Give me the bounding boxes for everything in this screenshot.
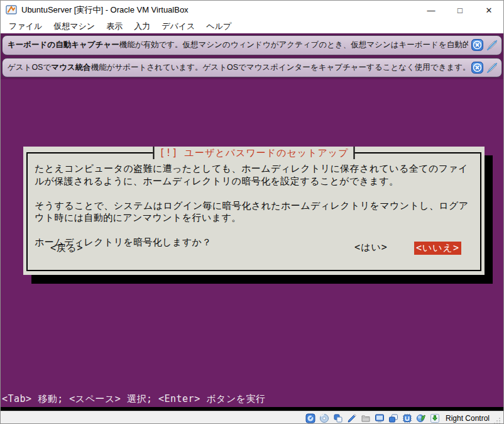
dialog-title: [!] ユーザとパスワードのセットアップ — [153, 147, 354, 159]
dialog-button-row: <戻る> <はい> <いいえ> — [28, 242, 480, 255]
vm-screen: [!] ユーザとパスワードのセットアップ たとえコンピュータの盗難に遭ったとして… — [1, 79, 503, 407]
disable-notification-icon[interactable] — [486, 39, 498, 51]
dialog-text-line: たとえコンピュータの盗難に遭ったとしても、ホームディレクトリに保存されている全て… — [35, 163, 474, 176]
dialog-text-line: ルが保護されるように、ホームディレクトリの暗号化を設定することができます。 — [35, 176, 474, 188]
dialog-body: たとえコンピュータの盗難に遭ったとしても、ホームディレクトリに保存されている全て… — [28, 153, 480, 249]
back-button[interactable]: <戻る> — [50, 242, 83, 254]
yes-button[interactable]: <はい> — [354, 242, 388, 255]
virtualbox-window: { "window": { "title": "UbuntuServer [実行… — [0, 0, 504, 424]
title-bar: UbuntuServer [実行中] - Oracle VM VirtualBo… — [1, 1, 503, 20]
menu-item-file[interactable]: ファイル — [3, 20, 48, 33]
close-notification-icon[interactable] — [471, 39, 483, 51]
notification-text: ゲストOSでマウス統合機能がサポートされています。ゲストOSでマウスポインターを… — [8, 62, 468, 73]
host-key-label: Right Control — [446, 414, 490, 423]
network-icon[interactable] — [332, 413, 344, 423]
dialog-text-line: そうすることで、システムはログイン毎に暗号化されたホームディレクトリをマウントし… — [35, 200, 474, 213]
installer-dialog: [!] ユーザとパスワードのセットアップ たとえコンピュータの盗難に遭ったとして… — [23, 147, 485, 275]
minimize-button[interactable]: — — [417, 1, 446, 20]
resize-grip[interactable] — [493, 416, 501, 423]
shared-folders-icon[interactable] — [360, 413, 371, 423]
menu-item-devices[interactable]: デバイス — [156, 20, 200, 33]
window-title: UbuntuServer [実行中] - Oracle VM VirtualBo… — [21, 4, 417, 16]
notification-bar-1: キーボードの自動キャプチャー機能が有効です。仮想マシンのウィンドウがアクティブの… — [2, 35, 502, 55]
dialog-text-line: ウト時には自動的にアンマウントを行います。 — [35, 212, 474, 225]
notification-text: キーボードの自動キャプチャー機能が有効です。仮想マシンのウィンドウがアクティブの… — [8, 40, 468, 50]
menu-item-help[interactable]: ヘルプ — [200, 20, 237, 33]
dialog-frame: [!] ユーザとパスワードのセットアップ たとえコンピュータの盗難に遭ったとして… — [26, 152, 481, 271]
maximize-button[interactable]: □ — [446, 1, 474, 20]
virtualbox-logo-icon — [6, 4, 17, 16]
no-button[interactable]: <いいえ> — [414, 242, 461, 255]
notification-bar-2: ゲストOSでマウス統合機能がサポートされています。ゲストOSでマウスポインターを… — [2, 58, 502, 78]
display-icon[interactable] — [374, 413, 385, 423]
close-notification-icon[interactable] — [471, 62, 483, 74]
hard-disk-icon[interactable] — [305, 413, 316, 423]
mouse-integration-icon[interactable] — [415, 413, 427, 423]
installer-help-line: <Tab> 移動; <スペース> 選択; <Enter> ボタンを実行 — [2, 393, 266, 405]
keyboard-capture-icon[interactable] — [429, 413, 441, 423]
status-bar: Right Control — [1, 411, 503, 424]
close-button[interactable]: ✕ — [474, 1, 503, 20]
notification-area: キーボードの自動キャプチャー機能が有効です。仮想マシンのウィンドウがアクティブの… — [1, 33, 503, 79]
dialog-text-line — [35, 187, 474, 200]
features-chip-icon[interactable] — [402, 413, 413, 423]
usb-icon[interactable] — [346, 413, 358, 423]
menu-item-machine[interactable]: 仮想マシン — [48, 20, 101, 33]
disable-notification-icon[interactable] — [486, 62, 498, 74]
menu-bar: ファイル仮想マシン表示入力デバイスヘルプ — [1, 20, 503, 33]
menu-item-input[interactable]: 入力 — [128, 20, 156, 33]
optical-disc-icon[interactable] — [319, 413, 330, 423]
dialog-text-line — [35, 225, 474, 237]
recording-icon[interactable] — [388, 413, 399, 423]
menu-item-view[interactable]: 表示 — [101, 20, 128, 33]
